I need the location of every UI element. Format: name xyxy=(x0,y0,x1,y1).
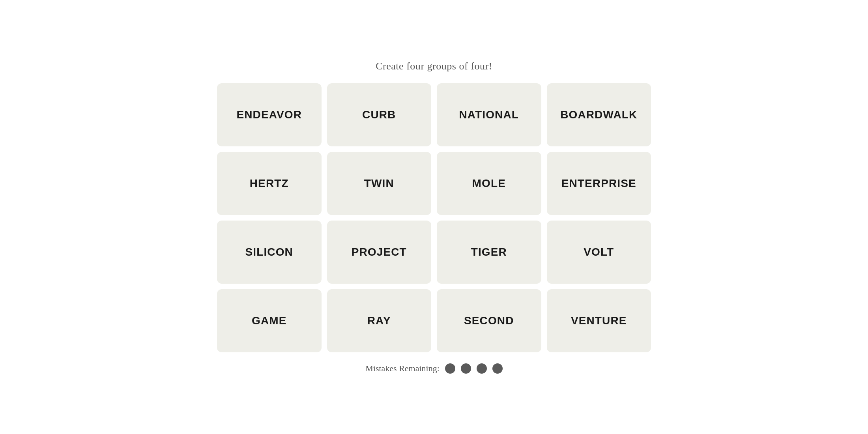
word-card[interactable]: TIGER xyxy=(437,221,541,284)
word-card[interactable]: ENDEAVOR xyxy=(217,83,322,146)
word-card-label: BOARDWALK xyxy=(560,108,637,121)
word-card-label: SILICON xyxy=(245,246,293,258)
word-card[interactable]: HERTZ xyxy=(217,152,322,215)
word-card-label: VOLT xyxy=(584,246,614,258)
mistake-dot xyxy=(461,363,471,374)
subtitle: Create four groups of four! xyxy=(376,60,492,72)
word-card[interactable]: GAME xyxy=(217,289,322,352)
word-card-label: RAY xyxy=(367,314,391,327)
word-card-label: TIGER xyxy=(471,246,507,258)
word-card-label: NATIONAL xyxy=(459,108,519,121)
word-grid: ENDEAVORCURBNATIONALBOARDWALKHERTZTWINMO… xyxy=(217,83,651,352)
mistake-dot xyxy=(445,363,455,374)
word-card[interactable]: ENTERPRISE xyxy=(547,152,651,215)
word-card[interactable]: MOLE xyxy=(437,152,541,215)
word-card[interactable]: BOARDWALK xyxy=(547,83,651,146)
word-card-label: GAME xyxy=(252,314,286,327)
word-card[interactable]: NATIONAL xyxy=(437,83,541,146)
mistakes-row: Mistakes Remaining: xyxy=(365,363,503,374)
mistakes-dots xyxy=(445,363,503,374)
word-card-label: CURB xyxy=(362,108,396,121)
word-card-label: HERTZ xyxy=(250,177,289,190)
mistakes-label: Mistakes Remaining: xyxy=(365,363,440,374)
word-card-label: ENDEAVOR xyxy=(236,108,302,121)
word-card[interactable]: RAY xyxy=(327,289,432,352)
word-card-label: MOLE xyxy=(472,177,506,190)
word-card[interactable]: SILICON xyxy=(217,221,322,284)
word-card-label: SECOND xyxy=(464,314,514,327)
word-card[interactable]: CURB xyxy=(327,83,432,146)
word-card[interactable]: VENTURE xyxy=(547,289,651,352)
mistake-dot xyxy=(492,363,503,374)
word-card[interactable]: PROJECT xyxy=(327,221,432,284)
word-card-label: TWIN xyxy=(364,177,394,190)
word-card-label: PROJECT xyxy=(352,246,407,258)
word-card-label: VENTURE xyxy=(571,314,627,327)
word-card[interactable]: SECOND xyxy=(437,289,541,352)
word-card[interactable]: VOLT xyxy=(547,221,651,284)
mistake-dot xyxy=(477,363,487,374)
word-card[interactable]: TWIN xyxy=(327,152,432,215)
word-card-label: ENTERPRISE xyxy=(561,177,636,190)
game-container: Create four groups of four! ENDEAVORCURB… xyxy=(217,60,651,374)
